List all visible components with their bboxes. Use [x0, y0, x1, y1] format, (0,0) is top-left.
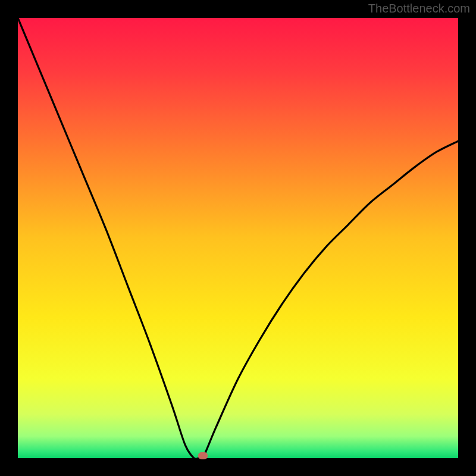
watermark-text: TheBottleneck.com	[368, 2, 470, 15]
optimum-marker	[198, 452, 208, 459]
plot-background	[18, 18, 458, 458]
plot-svg	[18, 18, 458, 458]
chart-frame	[18, 18, 458, 458]
